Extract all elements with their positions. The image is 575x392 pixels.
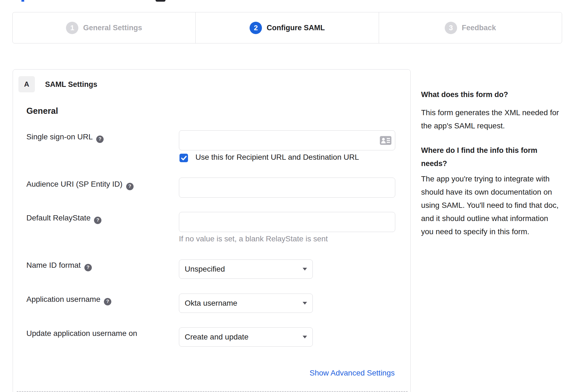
section-badge: A [18,76,35,92]
help-icon[interactable]: ? [84,264,92,271]
help-sidebar: What does this form do? This form genera… [421,88,562,238]
clipped-blue-element [21,0,24,2]
sidebar-paragraph-where: The app you're trying to integrate with … [421,172,562,238]
step-2-circle: 2 [250,22,262,34]
sso-url-label: Single sign-on URL? [26,132,104,143]
sidebar-heading-what: What does this form do? [421,88,562,101]
caret-down-icon [303,268,307,270]
application-username-select[interactable]: Okta username [179,294,313,313]
help-icon[interactable]: ? [96,136,104,143]
step-1-circle: 1 [66,22,78,34]
relay-state-input[interactable] [179,212,395,232]
audience-uri-label: Audience URI (SP Entity ID)? [26,180,134,190]
configure-saml-page: 1 General Settings 2 Configure SAML 3 Fe… [0,0,575,392]
recipient-url-checkbox-label[interactable]: Use this for Recipient URL and Destinati… [195,153,359,162]
relay-state-input-wrap [179,212,395,232]
caret-down-icon [303,302,307,305]
step-2-label: Configure SAML [267,24,325,32]
name-id-format-label: Name ID format? [26,261,92,271]
wizard-stepper: 1 General Settings 2 Configure SAML 3 Fe… [12,12,562,43]
update-username-select[interactable]: Create and update [179,327,313,347]
update-username-value: Create and update [185,333,248,341]
relay-state-helper-text: If no value is set, a blank RelayState i… [179,234,328,243]
relay-state-label: Default RelayState? [26,214,101,224]
step-configure-saml[interactable]: 2 Configure SAML [195,12,378,43]
panel-title: SAML Settings [45,80,97,89]
application-username-label: Application username? [26,295,111,305]
sso-url-input-wrap [179,130,395,150]
name-id-format-select[interactable]: Unspecified [179,260,313,279]
group-title-general: General [26,106,58,116]
help-icon[interactable]: ? [94,217,101,224]
update-username-label: Update application username on [26,329,137,338]
step-general-settings[interactable]: 1 General Settings [13,12,195,43]
audience-uri-input[interactable] [179,178,395,198]
recipient-url-checkbox[interactable] [179,154,188,162]
step-feedback[interactable]: 3 Feedback [379,12,562,43]
audience-uri-input-wrap [179,178,395,198]
clipped-dark-element [156,0,165,2]
name-id-format-value: Unspecified [185,265,225,274]
step-3-circle: 3 [445,22,457,34]
sidebar-paragraph-what: This form generates the XML needed for t… [421,106,562,132]
show-advanced-settings-link[interactable]: Show Advanced Settings [309,369,395,377]
sidebar-heading-where: Where do I find the info this form needs… [421,144,562,170]
step-1-label: General Settings [83,24,142,32]
contact-card-icon[interactable] [380,136,391,145]
step-3-label: Feedback [462,24,496,32]
sso-url-input[interactable] [179,130,395,150]
caret-down-icon [303,336,307,338]
application-username-value: Okta username [185,299,237,308]
help-icon[interactable]: ? [126,183,134,190]
saml-settings-panel: A SAML Settings General Single sign-on U… [13,69,411,392]
help-icon[interactable]: ? [104,298,111,305]
checkmark-icon [181,156,187,161]
